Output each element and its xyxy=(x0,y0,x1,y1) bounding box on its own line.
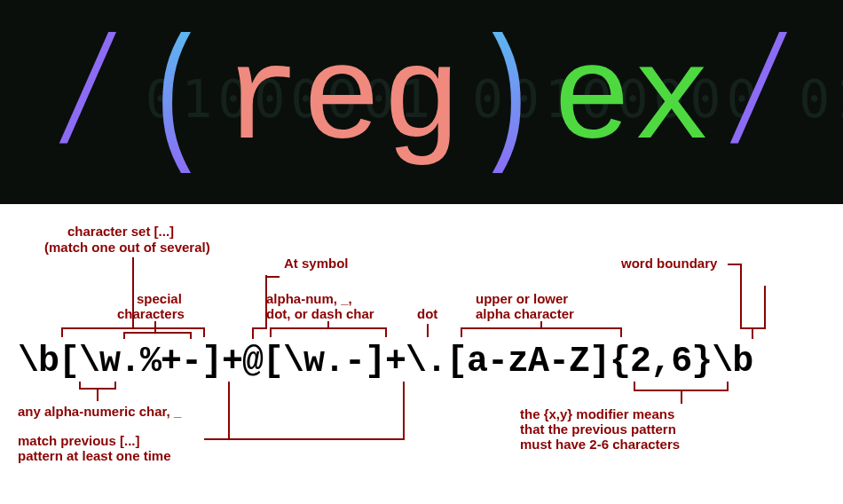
paren-open: ( xyxy=(145,27,208,177)
diagram-connectors xyxy=(0,204,843,504)
logo-reg: reg xyxy=(222,35,461,169)
paren-close: ) xyxy=(475,27,538,177)
slash-open: / xyxy=(59,27,113,177)
slash-close: / xyxy=(729,27,784,177)
hero-banner: 01000001 00100000 01000101 01000001 0010… xyxy=(0,0,843,204)
logo-ex: ex xyxy=(552,35,712,169)
regex-diagram: \b[\w.%+-]+@[\w.-]+\.[a-zA-Z]{2,6}\b cha… xyxy=(0,204,843,504)
hero-logo: / ( reg ) ex / xyxy=(41,27,802,177)
